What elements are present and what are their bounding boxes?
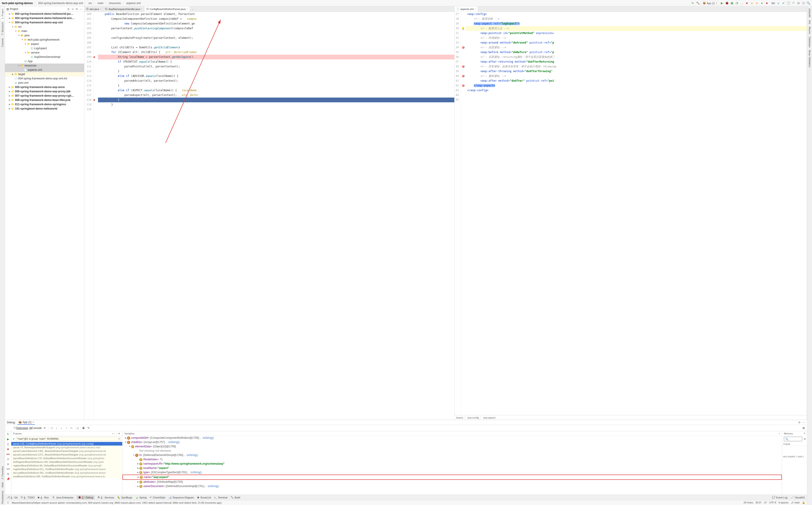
tool-window-button[interactable]: ✔CheckStyle xyxy=(150,495,165,499)
profile-icon[interactable]: ◔ xyxy=(735,1,739,5)
tool-tab[interactable]: Ant xyxy=(808,19,811,25)
git-revert-icon[interactable]: ↶ xyxy=(792,1,795,5)
tree-row[interactable]: ▶📁005-spring-framework-demo-aop-anno xyxy=(5,85,84,90)
console-tab[interactable]: ▤Console xyxy=(29,427,42,430)
tool-window-button[interactable]: 💬Event Log xyxy=(772,496,788,499)
settings-icon[interactable]: ⊡ xyxy=(802,1,805,5)
tool-window-button[interactable]: ☕Java Enterprise xyxy=(52,495,73,499)
tree-row[interactable]: ▶📁002-spring-framework-demo-helloworld-j… xyxy=(5,12,84,16)
close-icon[interactable]: × xyxy=(186,8,188,10)
frame-row[interactable]: registerBeanDefinitions:511, XmlBeanDefi… xyxy=(11,467,122,471)
tool-tab[interactable]: Database xyxy=(808,35,811,49)
tool-tab[interactable]: Persistence xyxy=(1,489,4,505)
tool-window-button[interactable]: 🐛SpotBugs xyxy=(117,495,132,499)
tool-window-button[interactable]: 🐞5: Debug xyxy=(77,495,94,499)
gear-icon[interactable]: ⚙ xyxy=(804,438,806,441)
attach-icon[interactable]: … xyxy=(740,1,744,5)
variable-row[interactable]: ▶pcompositeDef = {CompositeComponentDefi… xyxy=(123,436,782,440)
bottom-tool-bar[interactable]: ⎇9: Git☑6: TODO▶4: Run☕Java Enterprise🐞5… xyxy=(5,495,807,500)
frame-row[interactable]: parseCustomElement:1371, BeanDefinitionP… xyxy=(11,453,122,457)
frame-down-icon[interactable]: ↓ xyxy=(116,432,118,435)
tree-row[interactable]: mpom.xml xyxy=(5,81,84,85)
tool-window-button[interactable]: 📈VisualGC xyxy=(791,496,805,499)
left-editor[interactable]: public BeanDefinition parse(Element elem… xyxy=(98,12,454,420)
tree-row[interactable]: ▼📁service xyxy=(5,50,84,55)
frame-row[interactable]: parseBeanDefinitions:179, DefaultBeanDef… xyxy=(11,457,122,460)
git-commit-icon[interactable]: ✔ xyxy=(782,1,785,5)
step-into-icon[interactable]: ↓ xyxy=(55,426,59,430)
add-watch-icon[interactable]: + xyxy=(779,432,780,435)
tree-row[interactable]: ▶📁007-spring-framework-demo-aop-proxy-cg… xyxy=(5,94,84,98)
frame-row[interactable]: registerBeanDefinitions:96, DefaultBeanD… xyxy=(11,464,122,467)
pin-icon[interactable]: 📌 xyxy=(6,477,10,481)
stop-icon[interactable]: ■ xyxy=(6,447,10,451)
git-history-icon[interactable]: 🕐 xyxy=(787,1,790,5)
variable-row[interactable]: ▼pchildElts = {ArrayList@1757} … toStrin… xyxy=(123,440,782,445)
icon-2[interactable]: ● xyxy=(755,1,759,5)
expand-all-icon[interactable]: ⇲ xyxy=(71,7,74,11)
gear-icon[interactable]: ⚙ xyxy=(798,421,801,424)
frame-row[interactable]: parse:74, NamespaceHandlerSupport (org.s… xyxy=(11,446,122,449)
editor-tab[interactable]: 📄aspects.xml× xyxy=(454,6,478,12)
tool-tab[interactable]: Maven xyxy=(808,25,811,35)
hammer-icon[interactable]: 🔨 xyxy=(696,1,700,5)
breadcrumb[interactable]: tech-pdai-spring-demos〉004-spring-framew… xyxy=(2,1,691,5)
tool-window-button[interactable]: 🍃Spring xyxy=(136,495,147,499)
evaluate-icon[interactable]: 🖩 xyxy=(82,426,86,430)
hide-icon[interactable]: — xyxy=(802,421,805,424)
run-icon[interactable]: ▶ xyxy=(720,1,724,5)
frame-row[interactable]: loadBeanDefinitions:338, XmlBeanDefiniti… xyxy=(11,475,122,478)
variables-tree[interactable]: ▶pcompositeDef = {CompositeComponentDefi… xyxy=(123,436,782,495)
variable-row[interactable]: ffNodeIndex = 71 xyxy=(123,457,782,462)
add-icon[interactable]: + xyxy=(112,432,113,435)
tool-tab[interactable]: jclasslib xyxy=(808,7,811,19)
run-to-cursor-icon[interactable]: →| xyxy=(74,426,79,430)
tree-row[interactable]: ▶📁011-spring-framework-demo-springmvc xyxy=(5,102,84,107)
run-config-selector[interactable]: 📦 App (1) ▾ xyxy=(701,1,719,5)
git-update-icon[interactable]: ↙ xyxy=(777,1,780,5)
threads-icon[interactable]: ≡ xyxy=(43,426,47,430)
tree-row[interactable]: ▼📁src xyxy=(5,25,84,29)
tool-window-button[interactable]: >_Terminal xyxy=(214,495,227,499)
variable-row[interactable]: ▼e0 = {DeferredElementNSImpl@1760} … toS… xyxy=(123,453,782,457)
trace-icon[interactable]: ✎ xyxy=(87,426,91,430)
frame-row[interactable]: parse:118, ConfigBeanDefinitionParser (o… xyxy=(11,442,122,446)
tree-row[interactable]: ▼📂resources xyxy=(5,63,84,68)
right-editor[interactable]: <aop:config> <!-- 配置切面 --> <aop:aspect r… xyxy=(465,12,807,415)
tree-row[interactable]: ▼📁aspect xyxy=(5,42,84,46)
variable-row[interactable]: ▶fattributes = {AttributeMap@1783} xyxy=(123,480,782,484)
gear-icon[interactable]: ⚙ xyxy=(75,7,79,11)
icon-3[interactable]: ● xyxy=(760,1,764,5)
tool-tab[interactable]: 2: Favorites xyxy=(1,465,4,481)
close-icon[interactable]: × xyxy=(32,420,34,424)
tool-window-button[interactable]: ⎇9: Git xyxy=(7,495,17,499)
editor-tab[interactable]: ⒸConfigBeanDefinitionParser.java× xyxy=(145,6,190,12)
search-icon[interactable]: 🔍 xyxy=(807,1,810,5)
step-out-icon[interactable]: ↑ xyxy=(65,426,69,430)
git-more-icon[interactable]: ⊞ xyxy=(797,1,800,5)
tree-row[interactable]: ▶📁003-spring-framework-demo-helloworld-a… xyxy=(5,16,84,20)
frames-list[interactable]: parse:118, ConfigBeanDefinitionParser (o… xyxy=(11,442,122,495)
close-icon[interactable]: × xyxy=(474,8,476,10)
breakpoints-icon[interactable]: ●● xyxy=(6,452,10,456)
editor-tab[interactable]: ⒸAopNamespaceHandler.java× xyxy=(103,6,144,12)
settings-icon[interactable]: ⚙ xyxy=(6,472,10,476)
close-icon[interactable]: × xyxy=(100,8,102,10)
debug-run-tab[interactable]: 📦 App (1) × xyxy=(17,420,35,425)
tool-tab[interactable]: 1: Project xyxy=(1,7,4,20)
debug-icon[interactable]: 🐞 xyxy=(725,1,729,5)
frame-row[interactable]: parseCustomElement:1391, BeanDefinitionP… xyxy=(11,449,122,453)
tree-row[interactable]: 📄aspects.xml xyxy=(5,68,84,72)
tree-row[interactable]: ▶📁101-springboot-demo-helloworld xyxy=(5,107,84,111)
tree-row[interactable]: ▼📂java xyxy=(5,33,84,38)
hide-icon[interactable]: — xyxy=(79,7,83,11)
icon-4[interactable]: ■ xyxy=(765,1,769,5)
mute-icon[interactable]: ⊘ xyxy=(6,457,10,461)
get-thread-icon[interactable]: ⊛ xyxy=(6,462,10,466)
rerun-icon[interactable]: ↻ xyxy=(6,432,10,436)
editor-tab[interactable]: Ⓒator.java× xyxy=(84,6,103,12)
variable-row[interactable]: ▶ftype = {XSComplexTypeDecl@1781} … toSt… xyxy=(123,470,782,475)
editor-breadcrumb[interactable]: beans〉aop:config〉aop:aspect xyxy=(454,415,807,420)
variable-row[interactable]: ▶fname = "aop:aspect" xyxy=(123,475,782,480)
tool-window-button[interactable]: ◉SonarLint xyxy=(197,495,211,499)
